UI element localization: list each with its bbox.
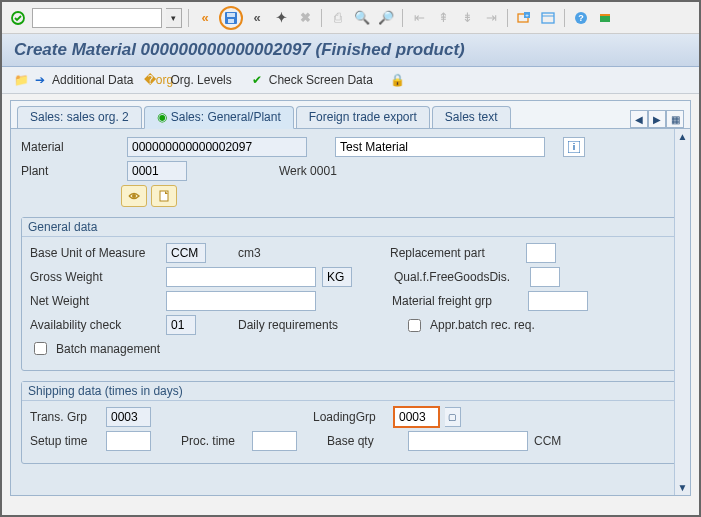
tab-sales-text[interactable]: Sales text [432, 106, 511, 128]
display-button[interactable] [121, 185, 147, 207]
nav-first-icon[interactable]: « [195, 8, 215, 28]
command-dropdown[interactable]: ▾ [166, 8, 182, 28]
find-next-icon: 🔎 [376, 8, 396, 28]
tab-scroll-left[interactable]: ◀ [630, 110, 648, 128]
help-icon[interactable]: ? [571, 8, 591, 28]
svg-text:i: i [573, 142, 576, 152]
shipping-legend: Shipping data (times in days) [22, 382, 679, 401]
document-button[interactable] [151, 185, 177, 207]
svg-point-15 [132, 194, 136, 198]
appr-batch-checkbox[interactable] [408, 319, 421, 332]
save-highlight-circle [219, 6, 243, 30]
general-data-group: General data Base Unit of Measure cm3 Re… [21, 217, 680, 371]
info-button[interactable]: i [563, 137, 585, 157]
active-dot-icon: ◉ [157, 110, 167, 124]
svg-rect-12 [600, 14, 610, 16]
net-weight-field[interactable] [166, 291, 316, 311]
find-icon: 🔍 [352, 8, 372, 28]
general-data-legend: General data [22, 218, 679, 237]
batch-mgmt-checkbox[interactable] [34, 342, 47, 355]
layout-icon[interactable] [538, 8, 558, 28]
trans-grp-field[interactable] [106, 407, 151, 427]
back-icon[interactable]: « [247, 8, 267, 28]
freight-label: Material freight grp [392, 294, 522, 308]
svg-rect-7 [542, 13, 554, 23]
tab-container: Sales: sales org. 2 ◉Sales: General/Plan… [10, 100, 691, 496]
avail-check-desc: Daily requirements [238, 318, 368, 332]
setup-time-label: Setup time [30, 434, 100, 448]
buom-label: Base Unit of Measure [30, 246, 160, 260]
proc-time-label: Proc. time [181, 434, 246, 448]
gross-weight-field[interactable] [166, 267, 316, 287]
appr-batch-label: Appr.batch rec. req. [430, 318, 535, 332]
check-screen-button[interactable]: ✔ Check Screen Data [250, 73, 373, 87]
replacement-field[interactable] [526, 243, 556, 263]
enter-icon[interactable] [8, 8, 28, 28]
tab-nav: ◀ ▶ ▦ [630, 110, 684, 128]
svg-text:+: + [525, 12, 529, 18]
first-page-icon: ⇤ [409, 8, 429, 28]
save-icon[interactable] [221, 8, 241, 28]
tab-sales-org-2[interactable]: Sales: sales org. 2 [17, 106, 142, 128]
additional-data-label: Additional Data [52, 73, 133, 87]
freight-field[interactable] [528, 291, 588, 311]
gross-weight-label: Gross Weight [30, 270, 160, 284]
next-page-icon: ⇟ [457, 8, 477, 28]
svg-text:?: ? [578, 13, 584, 23]
lock-button[interactable]: 🔒 [391, 73, 405, 87]
prev-page-icon: ⇞ [433, 8, 453, 28]
proc-time-field[interactable] [252, 431, 297, 451]
new-session-icon[interactable]: + [514, 8, 534, 28]
net-weight-label: Net Weight [30, 294, 160, 308]
tab-body: Material i Plant Werk 0001 General d [11, 129, 690, 495]
tab-sales-general-plant[interactable]: ◉Sales: General/Plant [144, 106, 294, 129]
plant-desc: Werk 0001 [279, 164, 337, 178]
plant-label: Plant [21, 164, 121, 178]
tab-scroll-right[interactable]: ▶ [648, 110, 666, 128]
title-bar: Create Material 000000000000002097 (Fini… [2, 34, 699, 67]
last-page-icon: ⇥ [481, 8, 501, 28]
avail-check-field[interactable] [166, 315, 196, 335]
main-toolbar: ▾ « « ✦ ✖ ⎙ 🔍 🔎 ⇤ ⇞ ⇟ ⇥ + ? [2, 2, 699, 34]
app-window: { "toolbar": { "command_value": "", "com… [0, 0, 701, 517]
exit-icon[interactable]: ✦ [271, 8, 291, 28]
check-screen-label: Check Screen Data [269, 73, 373, 87]
trans-grp-label: Trans. Grp [30, 410, 100, 424]
scroll-down-icon[interactable]: ▼ [678, 480, 688, 495]
material-label: Material [21, 140, 121, 154]
print-icon: ⎙ [328, 8, 348, 28]
org-icon: �org [151, 73, 165, 87]
batch-mgmt-label: Batch management [56, 342, 160, 356]
page-title: Create Material 000000000000002097 (Fini… [14, 40, 687, 60]
tab-foreign-trade-export[interactable]: Foreign trade export [296, 106, 430, 128]
scroll-up-icon[interactable]: ▲ [678, 129, 688, 144]
plant-field[interactable] [127, 161, 187, 181]
gross-weight-unit[interactable] [322, 267, 352, 287]
material-desc-field[interactable] [335, 137, 545, 157]
base-qty-label: Base qty [327, 434, 402, 448]
buom-desc: cm3 [238, 246, 348, 260]
buom-field[interactable] [166, 243, 206, 263]
org-levels-button[interactable]: �org Org. Levels [151, 73, 231, 87]
loading-grp-label: LoadingGrp [313, 410, 388, 424]
customize-icon[interactable] [595, 8, 615, 28]
material-field[interactable] [127, 137, 307, 157]
svg-rect-16 [160, 191, 168, 201]
tab-list-button[interactable]: ▦ [666, 110, 684, 128]
qualf-field[interactable] [530, 267, 560, 287]
lock-icon: 🔒 [391, 73, 405, 87]
vertical-scrollbar[interactable]: ▲ ▼ [674, 129, 690, 495]
loading-grp-f4[interactable]: ▢ [445, 407, 461, 427]
additional-data-button[interactable]: 📁 ➔ Additional Data [14, 73, 133, 87]
cancel-icon: ✖ [295, 8, 315, 28]
command-field[interactable] [32, 8, 162, 28]
tab-strip: Sales: sales org. 2 ◉Sales: General/Plan… [11, 101, 690, 129]
check-icon: ✔ [250, 73, 264, 87]
avail-check-label: Availability check [30, 318, 160, 332]
setup-time-field[interactable] [106, 431, 151, 451]
base-qty-field[interactable] [408, 431, 528, 451]
org-levels-label: Org. Levels [170, 73, 231, 87]
base-qty-unit: CCM [534, 434, 561, 448]
shipping-data-group: Shipping data (times in days) Trans. Grp… [21, 381, 680, 464]
loading-grp-field[interactable] [394, 407, 439, 427]
